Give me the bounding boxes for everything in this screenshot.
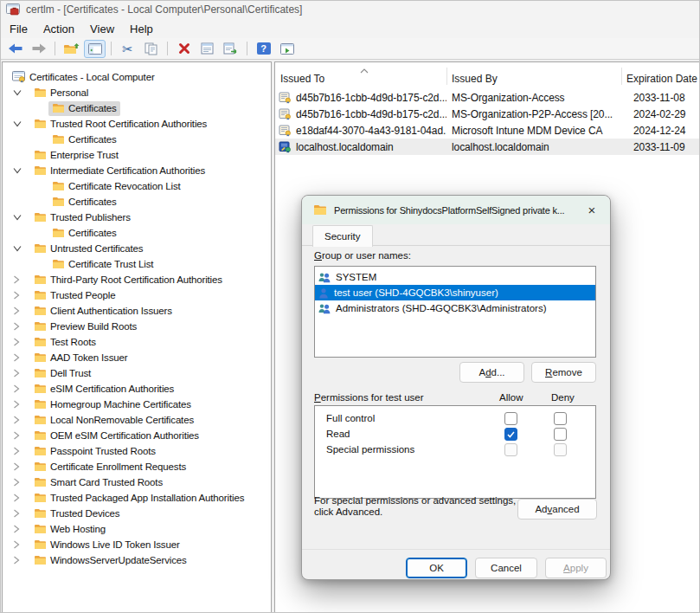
tree-item[interactable]: OEM eSIM Certification Authorities — [3, 428, 271, 443]
chevron-collapsed-icon[interactable] — [12, 525, 30, 533]
user-list-item[interactable]: test user (SHD-4GQCBK3\shinyuser) — [315, 285, 595, 300]
chevron-collapsed-icon[interactable] — [12, 416, 30, 424]
tree-item[interactable]: Certificate Revocation List — [3, 178, 271, 194]
column-expiration-date[interactable]: Expiration Date — [626, 73, 697, 85]
chevron-collapsed-icon[interactable] — [12, 306, 30, 315]
tree-item[interactable]: Trusted Packaged App Installation Author… — [3, 490, 271, 506]
certificate-row[interactable]: d45b7b16-1cbb-4d9d-b175-c2d...MS-Organiz… — [275, 89, 700, 106]
column-divider[interactable] — [621, 68, 622, 85]
back-icon[interactable] — [4, 40, 26, 58]
deny-checkbox[interactable] — [554, 412, 567, 425]
new-window-icon[interactable] — [276, 40, 298, 58]
tree-item[interactable]: Web Hosting — [3, 521, 271, 537]
chevron-expanded-icon[interactable] — [12, 89, 30, 96]
cancel-button[interactable]: Cancel — [475, 558, 537, 578]
tree-item[interactable]: Certificates — [3, 194, 271, 210]
chevron-collapsed-icon[interactable] — [12, 291, 30, 300]
chevron-collapsed-icon[interactable] — [12, 431, 30, 440]
issued-to-cell: d45b7b16-1cbb-4d9d-b175-c2d... — [296, 108, 446, 120]
tree-item[interactable]: Trusted People — [3, 287, 271, 303]
chevron-collapsed-icon[interactable] — [12, 369, 30, 377]
tree-item[interactable]: Windows Live ID Token Issuer — [3, 537, 271, 552]
advanced-button[interactable]: Advanced — [517, 499, 597, 519]
chevron-collapsed-icon[interactable] — [12, 338, 30, 346]
tree-item[interactable]: WindowsServerUpdateServices — [3, 552, 271, 568]
certificate-row[interactable]: localhost.localdomainlocalhost.localdoma… — [275, 139, 700, 155]
folder-icon — [34, 399, 47, 410]
tree-item[interactable]: AAD Token Issuer — [3, 350, 271, 365]
tree-item[interactable]: Intermediate Certification Authorities — [3, 163, 271, 178]
tree-item[interactable]: Certificates — [3, 100, 271, 116]
tree-item[interactable]: Personal — [3, 85, 271, 100]
copy-icon[interactable] — [140, 40, 162, 58]
console-tree-toggle-icon[interactable] — [84, 40, 106, 58]
chevron-expanded-icon[interactable] — [12, 245, 30, 252]
chevron-collapsed-icon[interactable] — [12, 462, 30, 471]
menu-file[interactable]: File — [2, 21, 35, 37]
remove-button[interactable]: Remove — [531, 362, 596, 383]
tree-item[interactable]: Certificates — [3, 225, 271, 241]
tree-item[interactable]: Smart Card Trusted Roots — [3, 474, 271, 490]
tree-item[interactable]: eSIM Certification Authorities — [3, 381, 271, 397]
tree-item[interactable]: Certificates — [3, 132, 271, 147]
menu-action[interactable]: Action — [35, 21, 82, 37]
chevron-collapsed-icon[interactable] — [12, 556, 30, 565]
tree-item[interactable]: Homegroup Machine Certificates — [3, 397, 271, 412]
export-list-icon[interactable] — [220, 40, 241, 58]
tree-item[interactable]: Test Roots — [3, 334, 271, 350]
chevron-collapsed-icon[interactable] — [12, 275, 30, 284]
tree-item[interactable]: Preview Build Roots — [3, 319, 271, 334]
chevron-collapsed-icon[interactable] — [12, 353, 30, 362]
chevron-collapsed-icon[interactable] — [12, 478, 30, 487]
chevron-expanded-icon[interactable] — [12, 214, 30, 221]
chevron-collapsed-icon[interactable] — [12, 540, 30, 549]
chevron-collapsed-icon[interactable] — [12, 322, 30, 331]
column-issued-to[interactable]: Issued To — [280, 73, 324, 85]
chevron-collapsed-icon[interactable] — [12, 384, 30, 393]
chevron-collapsed-icon[interactable] — [12, 447, 30, 455]
tree-item[interactable]: Trusted Root Certification Authorities — [3, 116, 271, 132]
menu-view[interactable]: View — [82, 21, 122, 37]
tree-item[interactable]: Client Authentication Issuers — [3, 303, 271, 319]
tree-item[interactable]: Trusted Publishers — [3, 210, 271, 225]
column-divider[interactable] — [446, 68, 447, 85]
cut-icon[interactable]: ✂ — [117, 40, 138, 58]
column-issued-by[interactable]: Issued By — [452, 73, 498, 85]
chevron-collapsed-icon[interactable] — [12, 400, 30, 409]
properties-icon[interactable] — [196, 40, 218, 58]
user-list-item[interactable]: SYSTEM — [315, 269, 595, 285]
tree-item[interactable]: Untrusted Certificates — [3, 241, 271, 256]
tree-item-label: eSIM Certification Authorities — [50, 384, 174, 394]
tree-item[interactable]: Dell Trust — [3, 365, 271, 381]
certificate-row[interactable]: d45b7b16-1cbb-4d9d-b175-c2d...MS-Organiz… — [275, 106, 700, 122]
menu-help[interactable]: Help — [122, 21, 161, 37]
allow-checkbox[interactable] — [504, 428, 517, 441]
tab-security[interactable]: Security — [312, 225, 373, 247]
add-button[interactable]: Add... — [459, 362, 524, 383]
chevron-collapsed-icon[interactable] — [12, 509, 30, 518]
apply-button[interactable]: Apply — [545, 558, 607, 578]
tree-item[interactable]: Passpoint Trusted Roots — [3, 443, 271, 459]
forward-icon[interactable] — [28, 40, 49, 58]
ok-button[interactable]: OK — [406, 558, 467, 578]
allow-checkbox[interactable] — [504, 412, 517, 425]
tree-item[interactable]: Third-Party Root Certification Authoriti… — [3, 272, 271, 287]
tree-item[interactable]: Certificate Trust List — [3, 256, 271, 272]
chevron-collapsed-icon[interactable] — [12, 494, 30, 502]
delete-icon[interactable] — [173, 40, 195, 58]
chevron-expanded-icon[interactable] — [12, 120, 30, 127]
tree-item[interactable]: Certificate Enrollment Requests — [3, 459, 271, 474]
up-folder-icon[interactable] — [61, 40, 82, 58]
certificate-row[interactable]: e18daf44-3070-4a43-9181-04ad...Microsoft… — [275, 122, 700, 139]
user-list-item[interactable]: Administrators (SHD-4GQCBK3\Administrato… — [315, 300, 595, 316]
tree-item[interactable]: Certificates - Local Computer — [3, 69, 271, 85]
user-list[interactable]: SYSTEMtest user (SHD-4GQCBK3\shinyuser)A… — [314, 266, 596, 358]
tree-item[interactable]: Enterprise Trust — [3, 147, 271, 163]
chevron-expanded-icon[interactable] — [12, 167, 30, 174]
tree-item[interactable]: Local NonRemovable Certificates — [3, 412, 271, 428]
close-icon[interactable]: × — [577, 199, 607, 222]
dialog-title-bar[interactable]: Permissions for ShinydocsPlatformSelfSig… — [302, 196, 610, 224]
help-icon[interactable]: ? — [253, 40, 274, 58]
tree-item[interactable]: Trusted Devices — [3, 506, 271, 521]
deny-checkbox[interactable] — [554, 428, 567, 441]
